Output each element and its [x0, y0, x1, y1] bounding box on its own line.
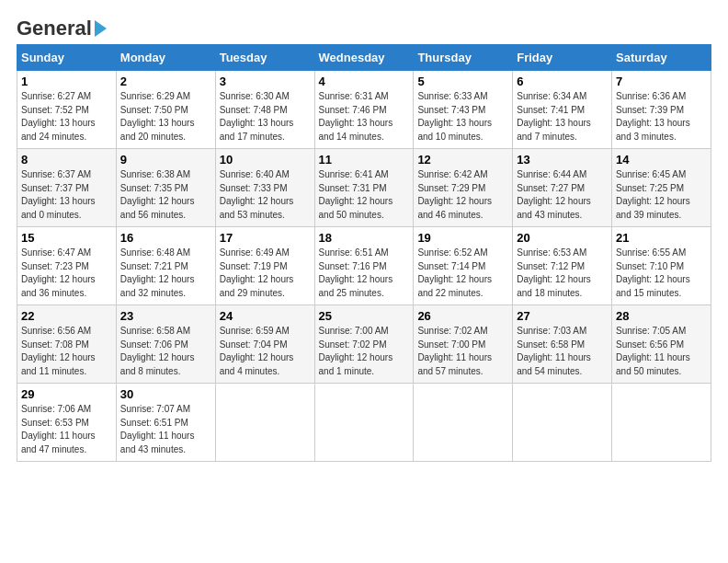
daylight-hours: 12 hours	[654, 196, 690, 206]
daylight-hours: 13 hours	[60, 196, 96, 206]
calendar-cell: 25Sunrise: 7:00 AMSunset: 7:02 PMDayligh…	[314, 305, 414, 384]
calendar-table: SundayMondayTuesdayWednesdayThursdayFrid…	[17, 44, 711, 462]
sunset-text: Sunset: 7:04 PM	[220, 339, 288, 350]
sunrise-text: Sunrise: 6:51 AM	[319, 247, 389, 258]
header: General	[17, 17, 711, 37]
daylight-label: Daylight:	[220, 118, 258, 128]
calendar-cell: 5Sunrise: 6:33 AMSunset: 7:43 PMDaylight…	[414, 71, 513, 149]
day-info: Sunrise: 7:06 AMSunset: 6:53 PMDaylight:…	[21, 403, 112, 456]
calendar-cell: 1Sunrise: 6:27 AMSunset: 7:52 PMDaylight…	[17, 71, 117, 149]
day-number: 15	[21, 231, 112, 245]
daylight-label: Daylight:	[616, 274, 654, 284]
daylight-label: Daylight:	[120, 118, 159, 128]
calendar-cell: 3Sunrise: 6:30 AMSunset: 7:48 PMDaylight…	[215, 71, 314, 149]
day-number: 29	[21, 387, 112, 401]
daylight-label: Daylight:	[21, 431, 60, 441]
daylight-hours: 12 hours	[555, 274, 591, 284]
daylight-minutes: and 57 minutes.	[417, 366, 483, 376]
calendar-header-tuesday: Tuesday	[215, 45, 314, 71]
daylight-minutes: and 3 minutes.	[616, 132, 677, 142]
sunset-text: Sunset: 7:29 PM	[417, 183, 485, 193]
calendar-week-row: 29Sunrise: 7:06 AMSunset: 6:53 PMDayligh…	[17, 384, 711, 462]
daylight-label: Daylight:	[220, 196, 258, 206]
sunset-text: Sunset: 7:16 PM	[319, 261, 387, 271]
daylight-minutes: and 4 minutes.	[220, 366, 280, 376]
daylight-label: Daylight:	[417, 352, 456, 362]
sunrise-text: Sunrise: 6:36 AM	[616, 91, 686, 101]
calendar-cell: 10Sunrise: 6:40 AMSunset: 7:33 PMDayligh…	[215, 149, 314, 227]
daylight-hours: 12 hours	[257, 352, 293, 362]
day-number: 5	[417, 75, 508, 88]
daylight-minutes: and 43 minutes.	[517, 210, 582, 220]
sunset-text: Sunset: 7:46 PM	[319, 105, 387, 115]
daylight-minutes: and 0 minutes.	[21, 210, 82, 220]
day-info: Sunrise: 6:30 AMSunset: 7:48 PMDaylight:…	[220, 90, 311, 144]
calendar-cell: 28Sunrise: 7:05 AMSunset: 6:56 PMDayligh…	[612, 305, 711, 384]
sunset-text: Sunset: 7:23 PM	[21, 261, 89, 271]
sunset-text: Sunset: 7:50 PM	[120, 105, 188, 115]
daylight-hours: 11 hours	[159, 431, 195, 441]
daylight-minutes: and 56 minutes.	[120, 210, 186, 220]
daylight-hours: 13 hours	[357, 118, 392, 128]
calendar-page: General SundayMondayTuesdayWednesdayThur…	[0, 0, 728, 471]
calendar-cell: 6Sunrise: 6:34 AMSunset: 7:41 PMDaylight…	[513, 71, 612, 149]
daylight-minutes: and 46 minutes.	[417, 210, 483, 220]
daylight-label: Daylight:	[517, 196, 555, 206]
calendar-cell: 29Sunrise: 7:06 AMSunset: 6:53 PMDayligh…	[17, 384, 117, 462]
day-info: Sunrise: 6:27 AMSunset: 7:52 PMDaylight:…	[21, 90, 112, 144]
daylight-label: Daylight:	[21, 118, 60, 128]
daylight-hours: 12 hours	[456, 274, 492, 284]
day-info: Sunrise: 6:45 AMSunset: 7:25 PMDaylight:…	[616, 168, 707, 222]
calendar-cell: 15Sunrise: 6:47 AMSunset: 7:23 PMDayligh…	[17, 227, 117, 305]
sunrise-text: Sunrise: 7:06 AM	[21, 404, 91, 414]
logo-general: General	[17, 17, 92, 40]
day-info: Sunrise: 7:07 AMSunset: 6:51 PMDaylight:…	[120, 403, 211, 456]
calendar-cell: 7Sunrise: 6:36 AMSunset: 7:39 PMDaylight…	[612, 71, 711, 149]
daylight-minutes: and 54 minutes.	[517, 366, 582, 376]
calendar-cell: 30Sunrise: 7:07 AMSunset: 6:51 PMDayligh…	[116, 384, 215, 462]
calendar-header-friday: Friday	[513, 45, 612, 71]
daylight-hours: 11 hours	[654, 352, 690, 362]
day-number: 2	[120, 75, 211, 88]
sunset-text: Sunset: 7:31 PM	[319, 183, 387, 193]
daylight-minutes: and 22 minutes.	[417, 288, 483, 298]
sunrise-text: Sunrise: 6:47 AM	[21, 247, 91, 258]
day-info: Sunrise: 6:42 AMSunset: 7:29 PMDaylight:…	[417, 168, 508, 222]
calendar-week-row: 22Sunrise: 6:56 AMSunset: 7:08 PMDayligh…	[17, 305, 711, 384]
daylight-label: Daylight:	[21, 196, 60, 206]
day-info: Sunrise: 7:05 AMSunset: 6:56 PMDaylight:…	[616, 325, 707, 378]
daylight-hours: 12 hours	[159, 274, 195, 284]
day-number: 7	[616, 75, 707, 88]
day-number: 4	[319, 75, 410, 88]
daylight-minutes: and 53 minutes.	[220, 210, 285, 220]
calendar-header-thursday: Thursday	[414, 45, 513, 71]
daylight-label: Daylight:	[417, 118, 456, 128]
day-number: 21	[616, 231, 707, 245]
calendar-header-monday: Monday	[116, 45, 215, 71]
day-number: 26	[417, 309, 508, 323]
daylight-hours: 12 hours	[654, 274, 690, 284]
calendar-week-row: 1Sunrise: 6:27 AMSunset: 7:52 PMDaylight…	[17, 71, 711, 149]
calendar-cell: 23Sunrise: 6:58 AMSunset: 7:06 PMDayligh…	[116, 305, 215, 384]
daylight-label: Daylight:	[120, 196, 159, 206]
sunset-text: Sunset: 7:37 PM	[21, 183, 89, 193]
sunrise-text: Sunrise: 6:45 AM	[616, 169, 686, 179]
day-number: 13	[517, 153, 608, 167]
day-info: Sunrise: 6:38 AMSunset: 7:35 PMDaylight:…	[120, 168, 211, 222]
sunset-text: Sunset: 7:27 PM	[517, 183, 585, 193]
daylight-hours: 13 hours	[456, 118, 492, 128]
sunset-text: Sunset: 7:52 PM	[21, 105, 89, 115]
sunrise-text: Sunrise: 6:49 AM	[220, 247, 290, 258]
daylight-minutes: and 29 minutes.	[220, 288, 285, 298]
sunset-text: Sunset: 7:00 PM	[417, 339, 485, 350]
sunrise-text: Sunrise: 6:34 AM	[517, 91, 586, 101]
daylight-hours: 12 hours	[456, 196, 492, 206]
daylight-minutes: and 50 minutes.	[616, 366, 681, 376]
daylight-minutes: and 50 minutes.	[319, 210, 384, 220]
day-info: Sunrise: 7:02 AMSunset: 7:00 PMDaylight:…	[417, 325, 508, 378]
daylight-label: Daylight:	[417, 274, 456, 284]
calendar-cell	[513, 384, 612, 462]
day-number: 18	[319, 231, 410, 245]
daylight-hours: 12 hours	[60, 274, 96, 284]
calendar-cell	[414, 384, 513, 462]
